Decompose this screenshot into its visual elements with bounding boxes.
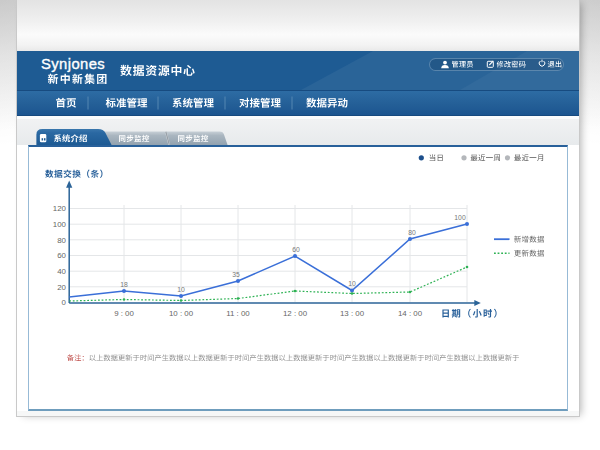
svg-text:Synjones: Synjones: [41, 56, 105, 72]
svg-text:9 : 00: 9 : 00: [114, 309, 134, 318]
svg-text:18: 18: [120, 281, 128, 288]
svg-text:80: 80: [408, 229, 416, 236]
svg-text:40: 40: [57, 267, 66, 276]
svg-text:100: 100: [454, 214, 466, 221]
svg-text:0: 0: [62, 298, 67, 307]
svg-text:10 : 00: 10 : 00: [169, 309, 194, 318]
svg-text:14 : 00: 14 : 00: [398, 309, 423, 318]
svg-text:13 : 00: 13 : 00: [340, 309, 365, 318]
svg-text:60: 60: [57, 251, 66, 260]
svg-text:100: 100: [53, 220, 67, 229]
svg-text:10: 10: [177, 286, 185, 293]
svg-text:11 : 00: 11 : 00: [226, 309, 250, 318]
svg-text:12 : 00: 12 : 00: [283, 309, 308, 318]
svg-text:120: 120: [53, 204, 67, 213]
svg-text:60: 60: [292, 246, 300, 253]
svg-text:35: 35: [232, 271, 240, 278]
svg-text:10: 10: [348, 280, 356, 287]
svg-text:80: 80: [57, 236, 66, 245]
svg-text:20: 20: [57, 283, 66, 292]
